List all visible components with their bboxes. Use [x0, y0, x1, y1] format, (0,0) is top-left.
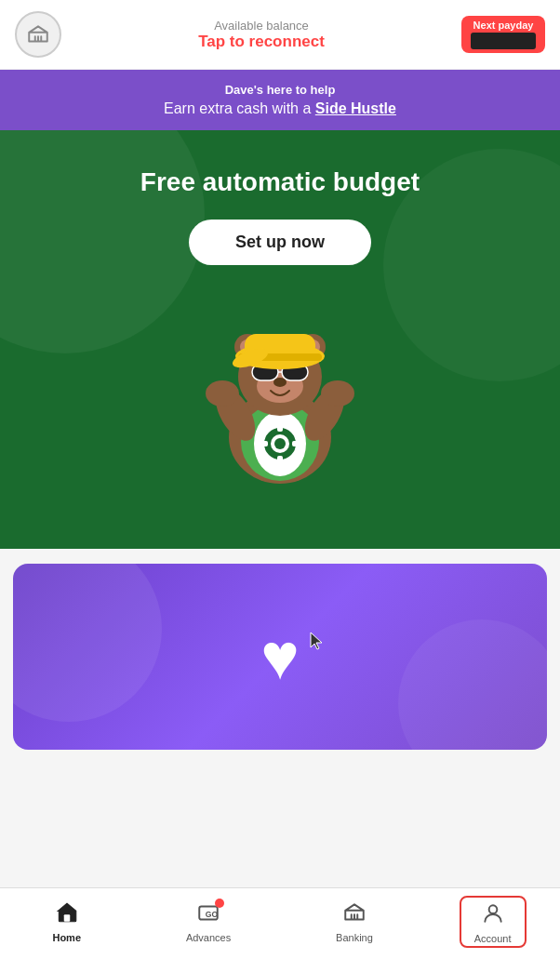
advances-notification-dot — [215, 899, 224, 908]
next-payday-value — [471, 33, 536, 49]
nav-advances[interactable]: GO Advances — [167, 900, 249, 943]
bear-svg — [178, 293, 382, 498]
purple-card[interactable]: ♥ — [13, 564, 547, 750]
svg-rect-7 — [277, 456, 283, 463]
tap-reconnect-text[interactable]: Tap to reconnect — [198, 33, 325, 51]
promo-banner: Dave's here to help Earn extra cash with… — [0, 70, 560, 130]
svg-point-13 — [321, 380, 354, 406]
promo-main-text: Earn extra cash with a Side Hustle — [19, 100, 541, 117]
home-icon — [55, 900, 79, 930]
nav-banking[interactable]: Banking — [317, 900, 392, 943]
promo-top-text: Dave's here to help — [19, 83, 541, 97]
banking-label: Banking — [336, 932, 373, 943]
svg-rect-9 — [292, 441, 300, 446]
svg-point-31 — [488, 905, 497, 913]
side-hustle-link[interactable]: Side Hustle — [315, 100, 396, 116]
cursor-icon — [309, 631, 327, 653]
header: Available balance Tap to reconnect Next … — [0, 0, 560, 70]
nav-home[interactable]: Home — [33, 900, 100, 943]
account-label: Account — [474, 933, 512, 944]
balance-center: Available balance Tap to reconnect — [198, 19, 325, 51]
svg-rect-8 — [260, 441, 268, 446]
svg-rect-28 — [63, 914, 70, 922]
banking-icon — [342, 900, 367, 930]
advances-label: Advances — [186, 932, 231, 943]
svg-rect-6 — [277, 424, 283, 432]
bottom-spacer — [0, 765, 560, 839]
account-icon — [481, 901, 505, 931]
bottom-nav: Home GO Advances Banking Account — [0, 887, 560, 959]
bank-svg-icon — [26, 22, 50, 47]
bear-illustration — [178, 293, 382, 498]
bank-icon[interactable] — [15, 11, 61, 58]
next-payday-label: Next payday — [473, 20, 534, 31]
budget-title: Free automatic budget — [140, 167, 420, 197]
setup-now-button[interactable]: Set up now — [189, 220, 371, 265]
advances-icon: GO — [196, 900, 220, 930]
heart-icon: ♥ — [260, 619, 300, 694]
home-label: Home — [52, 932, 81, 943]
next-payday-button[interactable]: Next payday — [461, 16, 545, 53]
budget-card: Free automatic budget Set up now — [0, 130, 560, 549]
promo-earn-text: Earn extra cash with a — [164, 100, 315, 116]
nav-account[interactable]: Account — [460, 896, 527, 948]
svg-point-12 — [206, 380, 239, 406]
svg-text:GO: GO — [206, 910, 219, 919]
svg-point-23 — [273, 378, 287, 387]
svg-point-5 — [274, 438, 286, 449]
available-label: Available balance — [214, 19, 309, 33]
heart-container: ♥ — [260, 619, 300, 694]
